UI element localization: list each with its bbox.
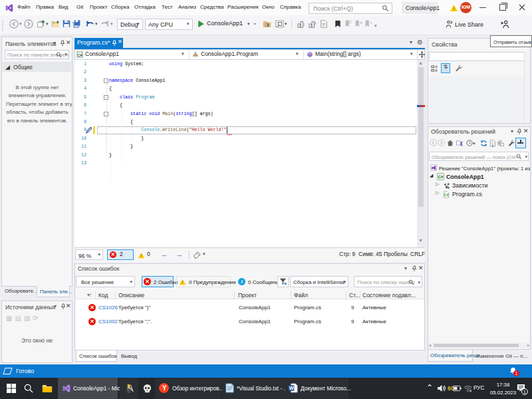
svg-text:!: !: [453, 6, 454, 12]
svg-text:C#: C#: [438, 175, 444, 179]
svg-text:C#: C#: [77, 53, 82, 57]
svg-text:C#: C#: [444, 193, 449, 197]
svg-text:W: W: [289, 385, 295, 391]
svg-text:!: !: [141, 253, 142, 258]
svg-text:!: !: [182, 280, 184, 285]
